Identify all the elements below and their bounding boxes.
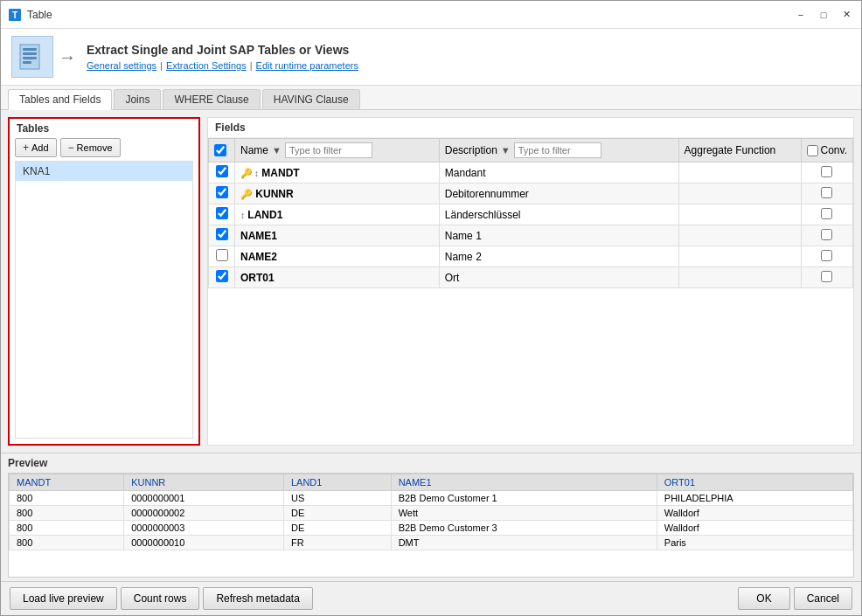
header-title: Extract Single and Joint SAP Tables or V… [87, 43, 358, 57]
sort-icon: ↕ [254, 169, 259, 178]
preview-cell: 0000000002 [124, 506, 284, 521]
desc-filter-input[interactable] [514, 142, 601, 158]
tab-joins[interactable]: Joins [114, 89, 161, 109]
col-header-description: Description ▼ [439, 139, 678, 163]
window-controls: − □ ✕ [793, 7, 854, 23]
minus-icon: − [68, 142, 74, 154]
col-header-aggregate: Aggregate Function [678, 139, 801, 163]
preview-cell: B2B Demo Customer 1 [391, 491, 657, 506]
fields-row: NAME2Name 2 [209, 246, 853, 267]
header-right: Extract Single and Joint SAP Tables or V… [87, 43, 358, 71]
preview-cell: 800 [10, 506, 124, 521]
preview-title: Preview [8, 457, 854, 469]
name-filter-input[interactable] [285, 142, 372, 158]
refresh-metadata-button[interactable]: Refresh metadata [203, 587, 312, 610]
preview-cell: Walldorf [657, 506, 852, 521]
preview-section: Preview MANDTKUNNRLAND1NAME1ORT01 800000… [1, 453, 861, 581]
footer: Load live preview Count rows Refresh met… [1, 581, 861, 615]
tab-where-clause[interactable]: WHERE Clause [163, 89, 260, 109]
conv-checkbox-name1[interactable] [821, 229, 832, 240]
svg-rect-5 [23, 57, 37, 59]
minimize-button[interactable]: − [793, 7, 809, 23]
preview-row: 8000000000002DEWettWalldorf [10, 506, 853, 521]
ok-button[interactable]: OK [738, 587, 789, 610]
fields-table: Name ▼ Description ▼ [208, 138, 853, 288]
preview-row: 8000000000003DEB2B Demo Customer 3Walldo… [10, 521, 853, 536]
field-desc-cell: Debitorennummer [439, 183, 678, 204]
col-header-name: Name ▼ [235, 139, 440, 163]
top-panels: Tables + Add − Remove KNA1 Field [1, 110, 861, 453]
preview-table: MANDTKUNNRLAND1NAME1ORT01 8000000000001U… [9, 474, 853, 550]
col-header-conv: Conv. [801, 139, 852, 163]
preview-cell: PHILADELPHIA [657, 491, 852, 506]
field-aggregate-cell [678, 204, 801, 225]
preview-cell: FR [283, 536, 391, 550]
cancel-button[interactable]: Cancel [794, 587, 852, 610]
field-aggregate-cell [678, 225, 801, 246]
main-window: T Table − □ ✕ → Extract Single a [0, 0, 862, 616]
preview-cell: DE [283, 506, 391, 521]
select-all-checkbox[interactable] [214, 144, 226, 156]
field-checkbox-kunnr[interactable] [216, 186, 228, 198]
tables-panel: Tables + Add − Remove KNA1 [8, 117, 200, 446]
general-settings-link[interactable]: General settings [87, 60, 156, 71]
field-desc-cell: Mandant [439, 163, 678, 183]
conv-checkbox-name2[interactable] [821, 250, 832, 261]
svg-rect-6 [23, 61, 31, 64]
field-name-cell: ↕ LAND1 [235, 204, 440, 225]
load-preview-button[interactable]: Load live preview [10, 587, 117, 610]
svg-rect-3 [23, 48, 37, 51]
tab-having-clause[interactable]: HAVING Clause [262, 89, 360, 109]
conv-checkbox-land1[interactable] [821, 208, 832, 219]
maximize-button[interactable]: □ [816, 7, 831, 23]
field-checkbox-name1[interactable] [216, 228, 228, 240]
preview-cell: DE [283, 521, 391, 536]
field-checkbox-mandt[interactable] [216, 165, 228, 177]
conv-checkbox-ort01[interactable] [821, 271, 832, 282]
count-rows-button[interactable]: Count rows [121, 587, 200, 610]
conv-header-checkbox[interactable] [807, 145, 818, 156]
close-button[interactable]: ✕ [838, 7, 854, 23]
preview-cell: Walldorf [657, 521, 852, 536]
key-icon: 🔑 [240, 168, 253, 179]
preview-cell: B2B Demo Customer 3 [391, 521, 657, 536]
svg-rect-4 [23, 52, 37, 55]
fields-scroll-area[interactable]: Name ▼ Description ▼ [208, 138, 853, 445]
field-aggregate-cell [678, 183, 801, 204]
conv-checkbox-mandt[interactable] [821, 166, 832, 177]
fields-row: 🔑↕ MANDTMandant [209, 163, 853, 183]
preview-cell: 800 [10, 491, 124, 506]
fields-row: NAME1Name 1 [209, 225, 853, 246]
preview-cell: 0000000003 [124, 521, 284, 536]
plus-icon: + [23, 142, 29, 154]
desc-filter-icon: ▼ [501, 145, 511, 156]
table-item-kna1[interactable]: KNA1 [16, 162, 192, 181]
remove-table-button[interactable]: − Remove [60, 138, 121, 157]
window-title: Table [27, 9, 793, 21]
conv-checkbox-kunnr[interactable] [821, 187, 832, 198]
field-checkbox-name2[interactable] [216, 249, 228, 261]
preview-table-wrap[interactable]: MANDTKUNNRLAND1NAME1ORT01 8000000000001U… [8, 473, 854, 578]
preview-col-header: NAME1 [391, 474, 657, 491]
field-name-cell: 🔑 KUNNR [235, 183, 440, 204]
preview-col-header: MANDT [10, 474, 124, 491]
field-checkbox-land1[interactable] [216, 207, 228, 219]
tables-list: KNA1 [15, 161, 193, 439]
edit-runtime-link[interactable]: Edit runtime parameters [256, 60, 358, 71]
extraction-settings-link[interactable]: Extraction Settings [166, 60, 247, 71]
preview-cell: Wett [391, 506, 657, 521]
app-icon: T [8, 8, 22, 22]
tab-tables-and-fields[interactable]: Tables and Fields [8, 89, 112, 110]
col-header-checkbox [209, 139, 235, 163]
preview-col-header: KUNNR [124, 474, 284, 491]
fields-row: ↕ LAND1Länderschlüssel [209, 204, 853, 225]
fields-row: ORT01Ort [209, 267, 853, 288]
arrow-icon: → [59, 47, 76, 67]
fields-panel: Fields [207, 117, 854, 446]
svg-text:T: T [12, 10, 17, 20]
field-name-cell: NAME2 [235, 246, 440, 267]
add-table-button[interactable]: + Add [15, 138, 57, 157]
field-checkbox-ort01[interactable] [216, 270, 228, 282]
preview-col-header: ORT01 [657, 474, 852, 491]
key-icon: 🔑 [240, 189, 253, 200]
